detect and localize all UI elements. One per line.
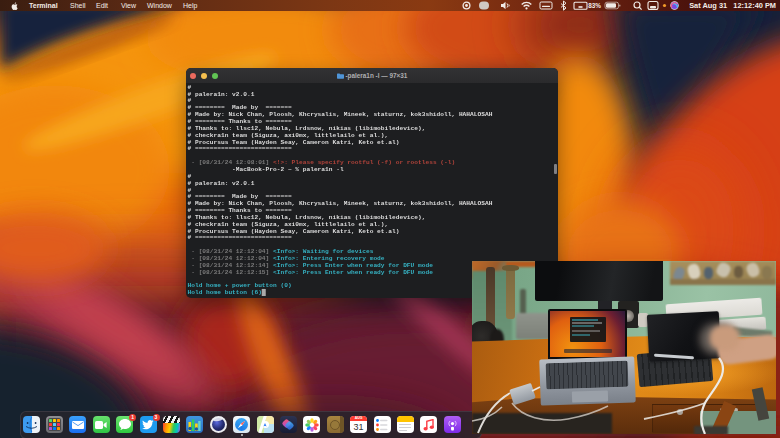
svg-text:83%: 83% [588,2,601,9]
